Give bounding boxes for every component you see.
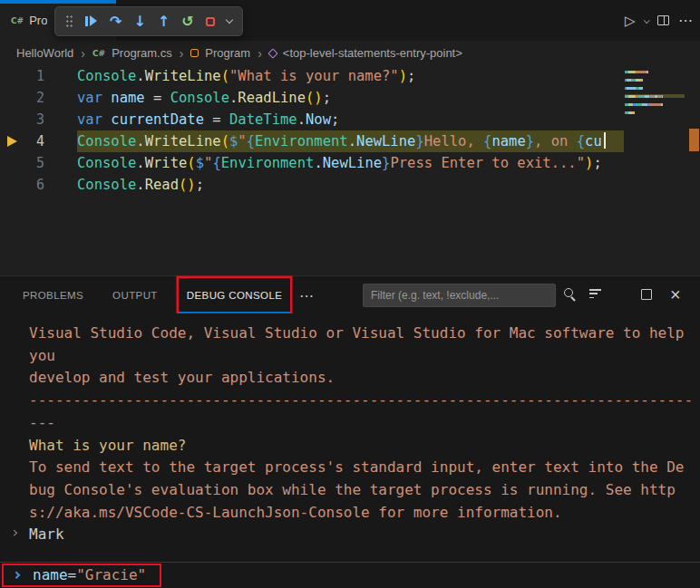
class-icon bbox=[190, 49, 199, 57]
code-line[interactable]: Console.WriteLine("What is your name?"); bbox=[0, 65, 624, 87]
overview-ruler[interactable] bbox=[688, 65, 700, 275]
tab-label: DEBUG CONSOLE bbox=[187, 290, 283, 301]
input-prompt-chevron-icon bbox=[13, 572, 20, 579]
minimap-line bbox=[625, 94, 685, 98]
minimap-line bbox=[625, 111, 685, 114]
debug-console-panel: Visual Studio Code, Visual Studio or Vis… bbox=[0, 313, 700, 562]
line-number: 2 bbox=[0, 87, 44, 109]
maximize-panel-icon[interactable] bbox=[641, 289, 652, 300]
breadcrumb-item[interactable]: <top-level-statements-entry-point> bbox=[283, 46, 462, 60]
line-number: 5 bbox=[0, 152, 44, 174]
minimap-line bbox=[625, 102, 685, 106]
editor-tab-title: Pro bbox=[29, 14, 47, 27]
breadcrumb-item[interactable]: Program.cs bbox=[112, 46, 171, 60]
editor-actions: ▷ ⋯ bbox=[625, 0, 693, 41]
breadcrumb-item[interactable]: HelloWorld bbox=[16, 46, 73, 60]
close-panel-icon[interactable]: × bbox=[670, 283, 681, 306]
continue-button[interactable] bbox=[85, 15, 98, 27]
code-line[interactable]: var name = Console.ReadLine(); bbox=[0, 87, 624, 109]
panel-more-actions-icon[interactable]: ⋯ bbox=[299, 287, 314, 304]
code-line[interactable]: Console.WriteLine($"{Environment.NewLine… bbox=[0, 130, 624, 152]
active-tab-indicator bbox=[0, 0, 116, 4]
tab-debug-console[interactable]: DEBUG CONSOLE bbox=[179, 278, 291, 313]
csharp-file-icon: C# bbox=[92, 49, 105, 58]
minimap-line bbox=[625, 86, 685, 90]
console-line: develop and test your applications. bbox=[29, 367, 700, 390]
tab-problems[interactable]: PROBLEMS bbox=[15, 278, 92, 313]
console-line: bug Console's evaluation box while the t… bbox=[29, 479, 700, 502]
stop-button[interactable] bbox=[206, 17, 215, 26]
run-or-debug-button[interactable]: ▷ bbox=[625, 13, 636, 29]
toolbar-dropdown-chevron-icon[interactable] bbox=[225, 16, 232, 24]
tab-label: PROBLEMS bbox=[23, 290, 83, 301]
breadcrumb-separator-icon: › bbox=[180, 46, 184, 61]
more-actions-icon[interactable]: ⋯ bbox=[678, 12, 693, 29]
filter-input[interactable] bbox=[363, 284, 556, 307]
drag-handle-icon[interactable] bbox=[65, 14, 73, 28]
tab-label: OUTPUT bbox=[112, 290, 158, 301]
code-lines[interactable]: Console.WriteLine("What is your name?");… bbox=[0, 65, 624, 275]
panel-tabs: PROBLEMSOUTPUTDEBUG CONSOLE bbox=[15, 278, 303, 313]
debug-line-marker bbox=[689, 129, 699, 151]
debug-console-output[interactable]: Visual Studio Code, Visual Studio or Vis… bbox=[0, 313, 700, 546]
search-icon[interactable] bbox=[564, 288, 578, 302]
console-line: To send text to the target process's sta… bbox=[29, 457, 700, 479]
code-line[interactable]: Console.Write($"{Environment.NewLine}Pre… bbox=[0, 152, 624, 174]
code-line[interactable]: var currentDate = DateTime.Now; bbox=[0, 109, 624, 130]
console-line: ----------------------------------------… bbox=[29, 390, 700, 412]
current-line-arrow-icon bbox=[7, 136, 17, 147]
breadcrumb-separator-icon: › bbox=[258, 46, 262, 61]
breadcrumb-separator-icon: › bbox=[81, 46, 85, 61]
title-bar: C# Pro ↷↓↑↺ ▷ ⋯ bbox=[0, 0, 700, 41]
minimap[interactable] bbox=[625, 70, 685, 119]
breadcrumb: HelloWorld›C#Program.cs›Program›<top-lev… bbox=[0, 41, 700, 65]
minimap-line bbox=[625, 70, 685, 73]
debug-console-input-row[interactable]: name="Gracie" bbox=[0, 562, 700, 588]
console-line: s://aka.ms/VSCode-CS-LaunchJson-Console … bbox=[29, 502, 700, 525]
console-line: What is your name? bbox=[29, 435, 700, 458]
prompt-chevron-icon bbox=[11, 530, 16, 535]
filter-lines-icon[interactable] bbox=[589, 289, 601, 298]
step-into-button[interactable]: ↓ bbox=[133, 14, 145, 29]
minimap-line bbox=[625, 78, 685, 82]
code-line[interactable]: Console.Read(); bbox=[0, 174, 624, 196]
console-line: you bbox=[29, 345, 700, 368]
breadcrumb-item[interactable]: Program bbox=[205, 46, 250, 60]
console-line: --- bbox=[29, 412, 700, 435]
step-over-button[interactable]: ↷ bbox=[110, 14, 122, 29]
split-editor-icon[interactable] bbox=[657, 15, 669, 25]
text-cursor bbox=[604, 132, 606, 149]
debug-console-input[interactable]: name="Gracie" bbox=[33, 566, 146, 583]
csharp-file-icon: C# bbox=[11, 16, 24, 25]
code-editor[interactable]: Console.WriteLine("What is your name?");… bbox=[0, 65, 700, 275]
restart-button[interactable]: ↺ bbox=[181, 14, 193, 29]
line-number: 1 bbox=[0, 65, 44, 87]
console-line: Visual Studio Code, Visual Studio or Vis… bbox=[29, 323, 700, 345]
run-dropdown-chevron-icon[interactable] bbox=[644, 17, 649, 23]
panel-header: PROBLEMSOUTPUTDEBUG CONSOLE ⋯ × bbox=[0, 275, 700, 313]
step-out-button[interactable]: ↑ bbox=[158, 14, 170, 29]
method-icon bbox=[267, 48, 277, 58]
line-number: 3 bbox=[0, 109, 44, 130]
debug-toolbar[interactable]: ↷↓↑↺ bbox=[54, 6, 243, 36]
console-line: Mark bbox=[29, 524, 700, 546]
tab-output[interactable]: OUTPUT bbox=[104, 278, 166, 313]
line-number: 6 bbox=[0, 174, 44, 196]
editor-gutter: 123456 bbox=[0, 65, 51, 196]
